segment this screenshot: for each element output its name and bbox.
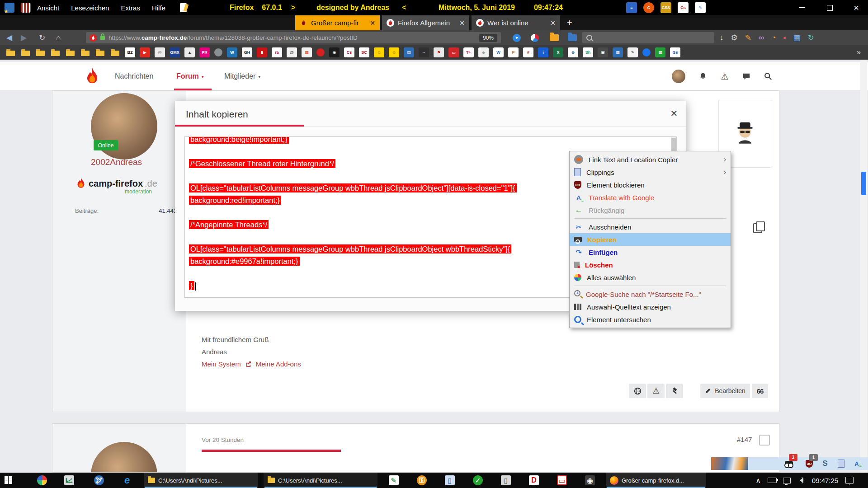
moderation-warning-icon[interactable]: ⚠ [718,70,731,83]
report-warning-button[interactable]: ⚠ [647,384,665,398]
bookmark-icon[interactable]: BZ [125,47,135,57]
moderate-gavel-button[interactable] [666,384,683,398]
bookmark-icon[interactable]: Sh [583,47,593,57]
pocket-icon[interactable]: ▾ [513,30,521,45]
bookmark-icon[interactable]: PR [199,47,210,57]
action-center-icon[interactable] [843,473,856,488]
keepass-key-icon[interactable]: ⚿︎ [417,475,427,485]
menu-item-kopieren[interactable]: Kopieren [570,233,731,246]
author-username[interactable]: 2002Andreas [91,157,142,167]
folder-icon-orange[interactable] [550,30,559,45]
reload-icon[interactable]: ↻ [39,30,45,45]
menu-item-auswahl-quelltext-anzeigen[interactable]: Auswahl-Quelltext anzeigen [570,300,731,313]
bookmark-icon[interactable]: ◎ [155,47,165,57]
close-button[interactable]: × [846,0,866,15]
favorites-window-icon[interactable] [5,3,14,13]
antivirus-check-icon[interactable]: ✓ [473,475,483,485]
conversations-chat-icon[interactable] [740,70,753,83]
translate-icon[interactable]: A [852,459,861,468]
grid-app-icon[interactable] [21,3,31,13]
orange-c-icon[interactable]: C [643,2,654,13]
red-monitor-icon[interactable]: ▭ [557,475,567,485]
nav-item-nachrichten[interactable]: Nachrichten [115,62,153,90]
notifications-bell-icon[interactable] [697,70,709,83]
bookmark-icon[interactable]: Gs [670,47,680,57]
new-tab-button[interactable]: + [563,15,576,30]
nav-item-mitglieder[interactable]: Mitglieder▾ [224,62,260,90]
bookmark-icon[interactable]: W [227,47,237,57]
tray-chevron-icon[interactable]: ∧ [752,473,764,488]
bookmark-icon[interactable] [5,47,16,57]
stylus-icon[interactable]: S [821,459,830,468]
search-input[interactable] [582,32,714,43]
d-app-icon[interactable]: D [529,475,539,485]
bookmark-icon[interactable]: ⊕ [568,47,578,57]
infinity-icon[interactable]: ∞ [759,33,764,42]
blue-book-icon[interactable]: ▯ [445,475,455,485]
bookmark-icon[interactable]: ▶ [140,47,150,57]
bookmark-icon[interactable]: GMX [170,47,180,57]
bookmark-icon[interactable] [642,48,651,56]
menu-item-alles-ausw-hlen[interactable]: Alles auswählen [570,271,731,284]
permalink-globe-button[interactable] [629,384,646,398]
bookmark-icon[interactable]: P [508,47,519,57]
taskbar-firefox-window[interactable]: Großer camp-firefox.d... [606,473,706,488]
bookmark-icon[interactable]: ◆ [478,47,489,57]
bookmark-icon[interactable]: ✎ [627,47,638,57]
search-icon[interactable] [762,70,774,83]
post-select-checkbox[interactable] [759,435,770,446]
menu-lesezeichen[interactable]: Lesezeichen [71,4,109,12]
bookmarks-overflow-chevron[interactable]: » [857,48,863,56]
bookmark-icon[interactable] [316,48,325,56]
brush-icon[interactable]: ✎ [745,33,751,42]
taskbar-explorer-window-1[interactable]: C:\Users\Andi\Pictures... [144,473,258,488]
bookmark-icon[interactable]: ▦ [302,47,312,57]
minimize-button[interactable] [792,0,812,15]
browser-tab[interactable]: Großer camp-fir✕ [295,15,380,30]
menu-item-translate-with-google[interactable]: ATranslate with Google [570,191,731,204]
bookmark-icon[interactable] [80,47,90,57]
folder-icon-blue[interactable] [568,30,577,45]
stats-pie-icon[interactable] [531,30,539,45]
page-scrollbar[interactable] [860,60,867,473]
link-meine-addons[interactable]: Meine Add-ons [256,360,301,368]
start-button[interactable] [5,476,12,484]
note-pencil-icon[interactable] [180,3,187,12]
bookmark-icon[interactable]: ▦ [613,47,623,57]
tab-close-icon[interactable]: ✕ [550,19,556,27]
dialog-close-icon[interactable]: ✕ [668,107,680,120]
browser-tab[interactable]: Firefox Allgemein✕ [382,15,469,30]
menu-item-element-blockieren[interactable]: uOElement blockieren [570,178,731,191]
battery-icon[interactable] [766,473,778,488]
notes-app-icon[interactable]: ✎ [389,475,399,485]
scrollbar-thumb[interactable] [861,172,866,195]
menu-item-link-text-and-location-copier[interactable]: Link Text and Location Copier› [570,153,731,166]
user-avatar[interactable] [672,70,685,83]
thunderbird-icon[interactable]: 🕊︎ [94,475,104,485]
bookmark-icon[interactable]: ☺ [389,47,399,57]
bookmark-icon[interactable] [95,47,105,57]
colorful-app-icon[interactable] [37,475,47,485]
site-logo-flame[interactable] [83,67,101,89]
cs-icon[interactable]: Cs [678,2,689,13]
bookmark-icon[interactable]: X [553,47,563,57]
restore-button[interactable] [820,0,840,15]
menu-item-r-ckg-ngig[interactable]: ←Rückgängig [570,204,731,216]
quote-button[interactable]: 66 [752,384,768,398]
menu-item-einf-gen[interactable]: ↷Einfügen [570,246,731,258]
edit-button[interactable]: Bearbeiten [700,384,750,398]
menu-item-ausschneiden[interactable]: ✂Ausschneiden [570,221,731,233]
history-icon[interactable]: ◔ [771,33,776,42]
bookmark-icon[interactable]: SC [359,47,369,57]
bookmark-icon[interactable] [35,47,46,57]
camera-app-icon[interactable]: ◉ [585,475,595,485]
list-icon[interactable]: ≡ [626,2,637,13]
copy-pages-icon[interactable] [753,223,762,233]
bookmark-icon[interactable]: @ [287,47,297,57]
edge-icon[interactable]: e [122,475,132,485]
pin-icon[interactable]: ▪ [783,33,786,42]
back-icon[interactable]: ◀ [6,30,12,45]
network-icon[interactable] [780,473,793,488]
sync-icon[interactable]: ↻ [808,33,814,42]
menu-hilfe[interactable]: Hilfe [152,4,165,12]
